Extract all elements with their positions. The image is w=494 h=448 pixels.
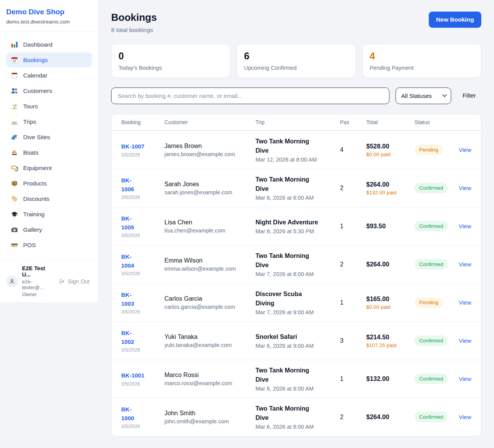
amount-paid: $0.00 paid: [366, 152, 409, 157]
sidebar-item-label: Training: [23, 211, 44, 218]
filter-row: All Statuses Filter: [111, 88, 481, 104]
sign-out-button[interactable]: Sign Out: [57, 278, 92, 285]
customer-name: Carlos Garcia: [164, 295, 250, 302]
credit-card-icon: [11, 241, 18, 249]
sidebar-item-gallery[interactable]: Gallery: [6, 222, 92, 237]
sign-out-label: Sign Out: [68, 278, 90, 285]
booking-id-link[interactable]: BK-1005: [121, 214, 141, 232]
island-icon: [11, 103, 18, 110]
booking-id-link[interactable]: BK-1001: [121, 371, 144, 380]
view-link[interactable]: View: [459, 376, 471, 382]
stat-cards: 0 Today's Bookings 6 Upcoming Confirmed …: [111, 44, 481, 78]
view-link[interactable]: View: [459, 147, 471, 153]
sidebar-item-label: Bookings: [23, 57, 48, 64]
col-header-trip: Trip: [255, 119, 340, 125]
customer-name: Emma Wilson: [164, 257, 250, 264]
sidebar-item-calendar[interactable]: Calendar: [6, 68, 92, 83]
sidebar-item-pos[interactable]: POS: [6, 237, 92, 253]
sidebar-item-label: Dive Sites: [23, 134, 50, 141]
sidebar-item-bookings[interactable]: 17 Bookings: [6, 52, 92, 67]
trip-datetime: Mar 8, 2026 at 5:30 PM: [255, 228, 335, 234]
booking-date: 3/5/2026: [121, 271, 159, 276]
table-row: BK-10013/5/2026 Marco Rossimarco.rossi@e…: [112, 360, 481, 398]
tag-icon: [11, 195, 18, 202]
booking-date: 3/5/2026: [121, 347, 159, 353]
sidebar-item-customers[interactable]: Customers: [6, 83, 92, 98]
view-link[interactable]: View: [459, 261, 471, 268]
view-link[interactable]: View: [459, 299, 471, 306]
user-meta: E2E Test U... e2e-tester@... Owner: [22, 265, 52, 297]
sidebar-item-tours[interactable]: Tours: [6, 99, 92, 114]
trip-name: Two Tank Morning Dive: [255, 404, 319, 423]
total-amount: $214.50: [366, 333, 409, 341]
filter-button[interactable]: Filter: [457, 90, 481, 101]
sidebar-item-boats[interactable]: Boats: [6, 145, 92, 160]
status-badge: Pending: [414, 297, 443, 308]
svg-text:17: 17: [13, 59, 16, 63]
booking-id-link[interactable]: BK-1004: [121, 252, 141, 270]
trip-datetime: Mar 7, 2026 at 9:00 AM: [255, 309, 335, 315]
total-amount: $528.00: [366, 143, 409, 150]
booking-date: 3/5/2026: [121, 233, 159, 238]
total-amount: $264.00: [366, 181, 409, 188]
sign-out-icon: [59, 278, 65, 285]
customer-name: Marco Rossi: [164, 372, 250, 379]
booking-date: 3/5/2026: [121, 309, 159, 315]
view-link[interactable]: View: [459, 414, 471, 420]
stat-value: 0: [118, 51, 223, 62]
stat-card-upcoming-confirmed: 6 Upcoming Confirmed: [237, 44, 355, 78]
new-booking-button[interactable]: New Booking: [429, 12, 481, 28]
customer-name: James Brown: [164, 143, 250, 150]
customer-email: emma.wilson@example.com: [164, 266, 250, 272]
sidebar-item-products[interactable]: Products: [6, 176, 92, 191]
total-amount: $165.00: [366, 295, 409, 303]
pax-count: 3: [340, 337, 366, 344]
booking-id-link[interactable]: BK-1000: [121, 405, 141, 423]
amount-paid: $0.00 paid: [366, 304, 409, 310]
sidebar-item-label: Tours: [23, 103, 38, 110]
sidebar-item-training[interactable]: Training: [6, 207, 92, 222]
sidebar-item-equipment[interactable]: Equipment: [6, 160, 92, 175]
total-amount: $93.50: [366, 222, 409, 230]
search-input[interactable]: [111, 88, 389, 104]
booking-id-link[interactable]: BK-1003: [121, 290, 141, 308]
customer-email: james.brown@example.com: [164, 151, 250, 157]
trip-name: Two Tank Morning Dive: [255, 366, 319, 384]
pax-count: 2: [340, 414, 366, 421]
sidebar-item-trips[interactable]: Trips: [6, 114, 92, 129]
user-email: e2e-tester@...: [22, 279, 52, 290]
stat-value: 6: [244, 51, 348, 62]
customer-email: sarah.jones@example.com: [164, 189, 250, 195]
pax-count: 1: [340, 299, 366, 306]
col-header-status: Status: [414, 119, 461, 125]
sidebar-item-label: Discounts: [23, 195, 49, 202]
sidebar-nav: Dashboard 17 Bookings Calendar Customers…: [0, 32, 98, 260]
main-content: Bookings 8 total bookings New Booking 0 …: [98, 0, 494, 448]
user-box: E2E Test U... e2e-tester@... Owner Sign …: [0, 260, 98, 302]
sidebar-item-discounts[interactable]: Discounts: [6, 191, 92, 206]
view-link[interactable]: View: [459, 185, 471, 191]
sidebar-item-dashboard[interactable]: Dashboard: [6, 37, 92, 52]
table-row: BK-10053/5/2026 Lisa Chenlisa.chen@examp…: [112, 207, 481, 245]
status-badge: Confirmed: [414, 412, 448, 422]
pax-count: 1: [340, 376, 366, 382]
sidebar-item-dive-sites[interactable]: Dive Sites: [6, 130, 92, 145]
view-link[interactable]: View: [459, 337, 471, 344]
col-header-pax: Pax: [340, 119, 366, 125]
customer-email: yuki.tanaka@example.com: [164, 342, 250, 348]
booking-id-link[interactable]: BK-1007: [121, 142, 144, 151]
calendar-date-icon: 17: [11, 56, 18, 64]
user-name: E2E Test U...: [22, 265, 52, 278]
booking-date: 3/5/2026: [121, 381, 159, 387]
view-link[interactable]: View: [459, 223, 471, 229]
shop-name[interactable]: Demo Dive Shop: [6, 8, 92, 16]
booking-id-link[interactable]: BK-1006: [121, 176, 141, 194]
status-select[interactable]: All Statuses: [396, 88, 451, 104]
trip-name: Two Tank Morning Dive: [255, 251, 319, 270]
sidebar-item-label: Equipment: [23, 165, 52, 172]
col-header-customer: Customer: [164, 119, 255, 125]
booking-id-link[interactable]: BK-1002: [121, 328, 141, 347]
booking-date: 3/5/2026: [121, 424, 159, 429]
stat-label: Today's Bookings: [118, 65, 223, 71]
col-header-total: Total: [366, 119, 414, 125]
